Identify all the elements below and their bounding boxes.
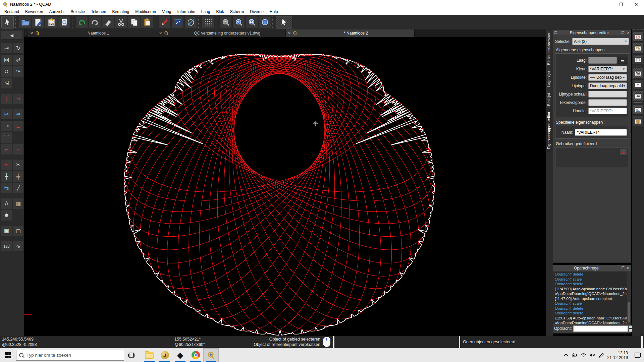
deselect-circle-button[interactable] <box>184 16 197 28</box>
back-to-main-menu-button[interactable]: ◀ <box>1 31 23 40</box>
block-browser-toggle-button[interactable] <box>633 43 643 53</box>
rotate-two-button[interactable]: ↺ <box>1 66 12 77</box>
scrollbar-thumb[interactable] <box>628 302 630 322</box>
side-tab-lagenlijst[interactable]: Lagenlijst <box>546 68 551 90</box>
taskbar-app-file-explorer[interactable] <box>142 348 157 362</box>
order-nodes-button[interactable]: ∿ <box>13 241 24 252</box>
cad-ellipse[interactable] <box>211 62 378 336</box>
trim-both-button[interactable]: ⇹ <box>13 109 24 120</box>
break-gap-button[interactable]: ╪ <box>13 171 24 182</box>
edit-drawing-button[interactable] <box>32 16 44 28</box>
lijntypeschaal-input[interactable] <box>588 91 627 98</box>
cad-ellipse[interactable] <box>96 37 376 285</box>
menu-vang[interactable]: Vang <box>159 9 174 14</box>
cad-ellipse[interactable] <box>198 39 436 327</box>
property-editor-toggle-button[interactable] <box>633 116 643 126</box>
menu-blok[interactable]: Blok <box>213 9 227 14</box>
close-tab-icon[interactable]: ✕ <box>159 31 162 36</box>
erase-button[interactable] <box>102 16 114 28</box>
minimize-button[interactable]: – <box>598 0 613 9</box>
redo-button[interactable] <box>89 16 101 28</box>
command-history-scrollbar[interactable] <box>627 272 631 324</box>
restore-button[interactable]: ❐ <box>613 0 629 9</box>
menu-bemating[interactable]: Bemating <box>109 9 132 14</box>
grid-snap-button[interactable] <box>202 16 214 28</box>
cut-button[interactable] <box>115 16 127 28</box>
close-panel-icon[interactable]: ✕ <box>626 266 631 270</box>
zoom-previous-button[interactable] <box>232 16 245 28</box>
task-view-button[interactable] <box>124 348 138 362</box>
clip-rectangle-button[interactable]: ⊏ <box>13 120 24 131</box>
kleur-dropdown[interactable]: *VARIEERT*▼ <box>588 66 627 72</box>
battery-icon[interactable] <box>571 348 579 362</box>
library-browser-toggle-button[interactable] <box>633 32 643 42</box>
pen-icon[interactable] <box>597 348 605 362</box>
zoom-window-button[interactable] <box>246 16 258 28</box>
taskbar-clock[interactable]: 12:13 21-12-2019 <box>607 351 628 360</box>
menu-selectie[interactable]: Selectie <box>67 9 88 14</box>
taskbar-search[interactable]: Typ hier om te zoeken <box>16 350 124 361</box>
volume-muted-icon[interactable] <box>588 348 597 362</box>
block-list-toggle-button[interactable] <box>633 91 643 101</box>
layer-list-button[interactable]: ☰ <box>618 57 627 64</box>
side-tab-bibliotheekbrowser[interactable]: Bibliotheekbrowser <box>546 29 551 68</box>
tekenvolgorde-input[interactable] <box>588 99 627 106</box>
selection-dropdown[interactable]: Alle (2)▼ <box>572 38 629 45</box>
taskbar-app-java-app[interactable]: J <box>157 348 172 362</box>
close-panel-icon[interactable]: ✕ <box>626 31 631 35</box>
menu-laag[interactable]: Laag <box>198 9 213 14</box>
to-back-button[interactable]: ▢ <box>13 225 24 236</box>
side-tab-bloklijst[interactable]: Bloklijst <box>546 90 551 109</box>
menu-modificeren[interactable]: Modificeren <box>132 9 159 14</box>
close-tab-icon[interactable]: ✕ <box>288 31 291 36</box>
command-input[interactable] <box>573 325 628 332</box>
menu-informatie[interactable]: Informatie <box>174 9 198 14</box>
float-panel-icon[interactable]: ❐ <box>553 31 558 35</box>
explode-button[interactable]: ✸ <box>1 210 12 221</box>
start-button[interactable] <box>0 348 16 362</box>
menu-diverse[interactable]: Diverse <box>247 9 267 14</box>
name-input[interactable]: *VARIEERT* <box>575 129 627 136</box>
print-preview-button[interactable] <box>58 16 70 28</box>
zoom-auto-button[interactable] <box>259 16 271 28</box>
move-button[interactable]: ⇥ <box>1 43 12 54</box>
tray-expand-chevron-icon[interactable] <box>562 348 571 362</box>
paste-button[interactable] <box>141 16 153 28</box>
flip-button[interactable]: ⇄ <box>13 54 24 65</box>
menu-scherm[interactable]: Scherm <box>227 9 247 14</box>
cad-ellipse[interactable] <box>182 37 462 285</box>
widget-toggle-button[interactable] <box>633 54 643 64</box>
menu-aanzicht[interactable]: Aanzicht <box>46 9 67 14</box>
undo-button[interactable] <box>75 16 88 28</box>
reverse-button[interactable]: ↷ <box>13 66 24 77</box>
cad-outline-polyline[interactable] <box>124 54 434 335</box>
rotate-button[interactable]: ↻ <box>13 43 24 54</box>
command-history[interactable]: Opdracht: deleteOpdracht: scaleOpdracht:… <box>553 272 631 324</box>
lengthen-button[interactable]: ↦ <box>1 109 12 120</box>
copy-button[interactable] <box>128 16 140 28</box>
cad-ellipse[interactable] <box>105 37 368 308</box>
break-out-segment-button[interactable]: ┿ <box>1 171 12 182</box>
offset-button[interactable]: ∥ <box>1 93 12 104</box>
cad-ellipse[interactable] <box>191 37 454 308</box>
pointer-tool-button[interactable] <box>276 16 292 28</box>
mirror-button[interactable]: ⋈ <box>1 54 12 65</box>
select-rectangle-button[interactable] <box>171 16 184 28</box>
add-custom-property-button[interactable]: + <box>620 149 627 156</box>
document-tab-2[interactable]: ✕QC verzameling onderzetters v1.dwg <box>157 29 286 37</box>
round-button[interactable]: ⌢ <box>13 144 24 155</box>
cad-ellipse[interactable] <box>122 39 361 327</box>
lijndikte-dropdown[interactable]: Door laag bep▼ <box>588 74 627 81</box>
shorten-button[interactable]: ⇥ <box>1 120 12 131</box>
lengthen-point-button[interactable]: ╱ <box>13 183 24 194</box>
menu-hulp[interactable]: Hulp <box>267 9 281 14</box>
divide-button[interactable]: ✂ <box>1 159 12 170</box>
float-icon[interactable]: ❐ <box>620 266 626 270</box>
selection-filter-toggle-button[interactable] <box>633 79 643 89</box>
bevel-button[interactable]: ⌐ <box>1 144 12 155</box>
selection-pointer-button[interactable] <box>1 16 14 28</box>
lijntype-dropdown[interactable]: Door laag bepaald▼ <box>588 82 627 89</box>
menu-bestand[interactable]: Bestand <box>1 9 22 14</box>
open-file-button[interactable] <box>19 16 31 28</box>
stretch-button[interactable]: ↹ <box>1 183 12 194</box>
